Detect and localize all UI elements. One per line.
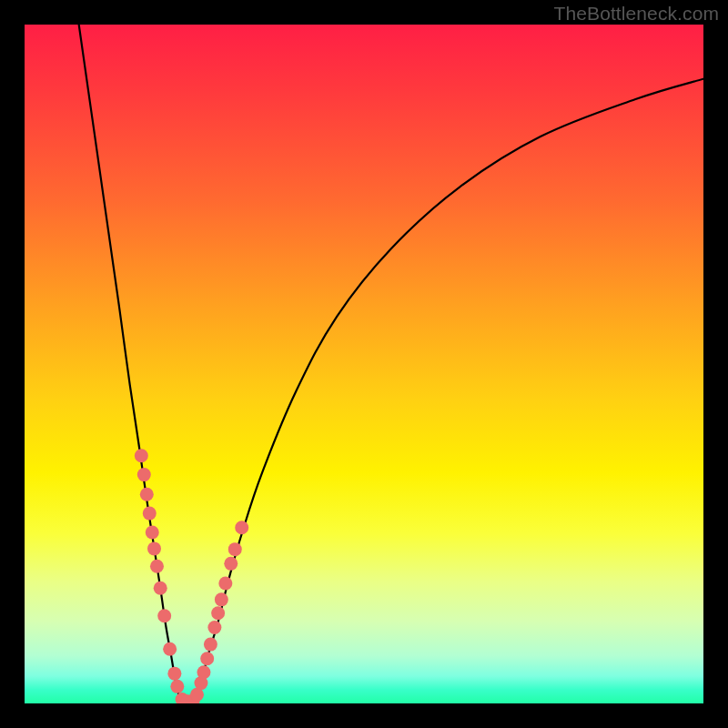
curve-data-points: [135, 449, 248, 703]
data-point: [167, 667, 181, 681]
data-point: [211, 606, 225, 620]
chart-frame: TheBottleneck.com: [0, 0, 728, 728]
data-point: [197, 665, 210, 679]
data-point: [218, 576, 232, 590]
data-point: [140, 488, 154, 501]
data-point: [207, 621, 221, 634]
watermark-label: TheBottleneck.com: [554, 3, 719, 25]
curve-group: [79, 25, 703, 703]
data-point: [215, 592, 228, 606]
data-point: [228, 542, 242, 556]
data-point: [143, 507, 157, 521]
data-point: [137, 468, 151, 481]
data-point: [170, 680, 184, 693]
data-point: [135, 449, 148, 462]
data-point: [204, 638, 217, 652]
data-point: [224, 557, 238, 571]
data-point: [154, 581, 167, 595]
plot-area: [25, 25, 703, 703]
data-point: [235, 521, 248, 534]
data-point: [163, 642, 177, 656]
data-point: [147, 541, 161, 555]
data-point: [150, 560, 164, 573]
curve-right-branch: [195, 79, 704, 703]
chart-svg: [25, 25, 703, 703]
curve-left-branch: [79, 25, 181, 703]
data-point: [146, 526, 159, 540]
data-point: [200, 652, 214, 665]
data-point: [157, 609, 171, 622]
